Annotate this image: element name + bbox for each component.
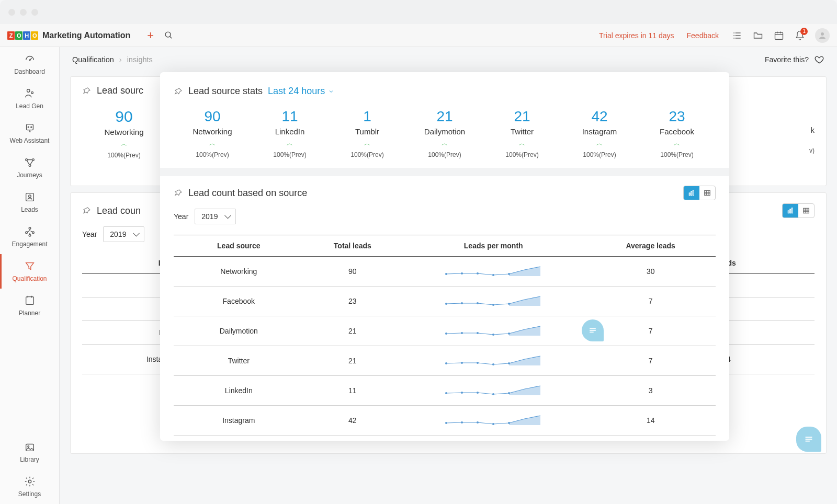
stat-card: 42 Instagram ︿ 100%(Prev) bbox=[561, 108, 638, 158]
notification-badge: 1 bbox=[800, 28, 808, 35]
th-total[interactable]: Total leads bbox=[304, 235, 401, 257]
stat-value: 21 bbox=[406, 108, 483, 125]
stat-label: Dailymotion bbox=[406, 127, 483, 136]
svg-point-22 bbox=[25, 159, 27, 161]
product-name: Marketing Automation bbox=[42, 31, 130, 40]
user-avatar[interactable] bbox=[815, 28, 830, 43]
svg-point-16 bbox=[31, 91, 33, 94]
svg-point-65 bbox=[508, 273, 510, 275]
stat-card: 11 LinkedIn ︿ 100%(Prev) bbox=[251, 108, 329, 158]
sparkline-chart bbox=[446, 413, 540, 428]
svg-rect-31 bbox=[26, 297, 33, 305]
add-icon[interactable]: + bbox=[147, 29, 154, 42]
sidebar-item-qualification[interactable]: Qualification bbox=[0, 254, 59, 289]
sidebar-item-web-assistant[interactable]: Web Assistant bbox=[0, 116, 59, 151]
sidebar-item-engagement[interactable]: Engagement bbox=[0, 220, 59, 254]
svg-point-81 bbox=[445, 392, 447, 394]
svg-point-24 bbox=[29, 165, 31, 167]
time-range-dropdown[interactable]: Last 24 hours bbox=[268, 86, 334, 97]
notifications-icon[interactable]: 1 bbox=[794, 30, 806, 41]
svg-point-67 bbox=[461, 302, 463, 304]
stat-label: Tumblr bbox=[329, 127, 406, 136]
feedback-link[interactable]: Feedback bbox=[687, 31, 719, 40]
stat-label: Instagram bbox=[561, 127, 638, 136]
library-icon bbox=[24, 441, 36, 453]
gear-icon bbox=[24, 476, 36, 487]
journey-icon bbox=[24, 157, 36, 168]
th-lpm[interactable]: Leads per month bbox=[401, 235, 585, 257]
svg-rect-41 bbox=[790, 209, 791, 213]
th-avg[interactable]: Average leads bbox=[585, 235, 716, 257]
sidebar-item-label: Lead Gen bbox=[16, 102, 43, 110]
svg-point-72 bbox=[461, 332, 463, 334]
svg-point-63 bbox=[477, 272, 479, 274]
svg-point-73 bbox=[477, 332, 479, 334]
up-arrow-icon: ︿ bbox=[406, 139, 483, 148]
folder-icon[interactable] bbox=[752, 30, 764, 41]
year-label: Year bbox=[82, 230, 97, 238]
tasks-icon[interactable] bbox=[731, 30, 743, 41]
svg-point-70 bbox=[508, 303, 510, 305]
sidebar-item-leads[interactable]: Leads bbox=[0, 185, 59, 220]
svg-point-75 bbox=[508, 333, 510, 335]
svg-rect-37 bbox=[26, 444, 33, 451]
pin-icon[interactable] bbox=[174, 87, 183, 96]
cell-spark bbox=[401, 376, 585, 406]
cell-spark bbox=[401, 257, 585, 287]
cell-avg: 7 bbox=[585, 346, 716, 376]
traffic-light-max[interactable] bbox=[31, 9, 38, 16]
svg-point-19 bbox=[30, 127, 31, 128]
favorite-label: Favorite this? bbox=[765, 55, 809, 64]
stat-prev: 100%(Prev) bbox=[329, 151, 406, 158]
stat-label: LinkedIn bbox=[251, 127, 329, 136]
traffic-light-min[interactable] bbox=[20, 9, 27, 16]
chat-bubble-icon[interactable] bbox=[582, 319, 604, 341]
svg-point-85 bbox=[508, 392, 510, 394]
sidebar-item-journeys[interactable]: Journeys bbox=[0, 151, 59, 185]
help-chat-icon[interactable] bbox=[796, 427, 821, 452]
traffic-light-close[interactable] bbox=[8, 9, 15, 16]
table-row: Twitter 21 7 bbox=[174, 346, 716, 376]
stat-prev: 100%(Prev) bbox=[561, 151, 638, 158]
sidebar-item-dashboard[interactable]: Dashboard bbox=[0, 47, 59, 82]
sidebar-item-label: Journeys bbox=[17, 171, 42, 179]
sidebar: Dashboard Lead Gen Web Assistant Journey… bbox=[0, 47, 60, 504]
cell-avg: 3 bbox=[585, 376, 716, 406]
sidebar-item-planner[interactable]: Planner bbox=[0, 289, 59, 323]
svg-point-38 bbox=[27, 446, 29, 448]
year-label: Year bbox=[174, 212, 188, 221]
year-select[interactable]: 2019 bbox=[195, 209, 236, 224]
chart-view-button[interactable] bbox=[783, 204, 798, 217]
svg-point-83 bbox=[477, 392, 479, 394]
view-toggle bbox=[683, 186, 716, 200]
breadcrumb-root[interactable]: Qualification bbox=[72, 55, 114, 64]
top-bar: ZOHO Marketing Automation + Trial expire… bbox=[0, 24, 837, 47]
sidebar-item-settings[interactable]: Settings bbox=[0, 469, 59, 504]
search-icon[interactable] bbox=[164, 31, 173, 40]
table-row: LinkedIn 11 3 bbox=[174, 376, 716, 406]
heart-icon[interactable] bbox=[814, 54, 824, 65]
chart-view-button[interactable] bbox=[684, 186, 699, 200]
up-arrow-icon: ︿ bbox=[483, 139, 561, 148]
svg-point-86 bbox=[445, 422, 447, 424]
svg-point-61 bbox=[445, 273, 447, 275]
sidebar-item-lead-gen[interactable]: Lead Gen bbox=[0, 82, 59, 116]
pin-icon[interactable] bbox=[174, 188, 183, 198]
year-select[interactable]: 2019 bbox=[103, 226, 144, 242]
zoho-logo: ZOHO bbox=[7, 31, 39, 40]
sidebar-item-library[interactable]: Library bbox=[0, 435, 59, 469]
table-view-button[interactable] bbox=[798, 204, 814, 217]
pin-icon bbox=[82, 86, 92, 96]
svg-rect-40 bbox=[788, 211, 789, 213]
stat-value: 90 bbox=[174, 108, 251, 125]
sparkline-chart bbox=[446, 264, 540, 279]
breadcrumb-current: insights bbox=[127, 55, 153, 64]
th-source[interactable]: Lead source bbox=[174, 235, 304, 257]
calendar-icon[interactable] bbox=[773, 30, 785, 41]
up-arrow-icon: ︿ bbox=[638, 139, 716, 148]
lead-count-table: Lead source Total leads Leads per month … bbox=[174, 235, 716, 436]
stat-label: Twitter bbox=[483, 127, 561, 136]
sparkline-chart bbox=[446, 383, 540, 398]
table-view-button[interactable] bbox=[699, 186, 715, 200]
svg-point-79 bbox=[492, 363, 494, 365]
